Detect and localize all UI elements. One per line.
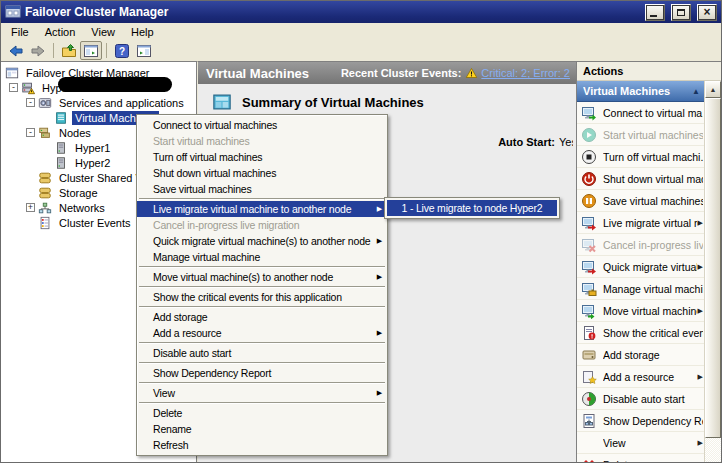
action-save-virtual-machines[interactable]: Save virtual machines [577, 190, 706, 212]
actions-section-header[interactable]: Virtual Machines ▲ [577, 81, 706, 102]
recent-events-label: Recent Cluster Events: [341, 67, 461, 79]
action-label: Cancel in-progress liv... [603, 239, 703, 251]
menu-bar: FileActionViewHelp [1, 23, 721, 40]
back-button[interactable] [5, 41, 27, 60]
menu-item-label: Connect to virtual machines [153, 119, 277, 131]
collapse-icon[interactable]: - [9, 83, 18, 92]
context-menu-item-save-virtual-machines[interactable]: Save virtual machines [137, 181, 387, 197]
show-console-tree-icon [83, 43, 99, 59]
context-menu-item-move-virtual-machine-s-to-anothe[interactable]: Move virtual machine(s) to another node▶ [137, 269, 387, 285]
tree-item-label: Nodes [56, 126, 94, 140]
context-menu-item-refresh[interactable]: Refresh [137, 437, 387, 453]
submenu-item-1-live-migrate-to-node-hyper2[interactable]: 1 - Live migrate to node Hyper2 [387, 200, 557, 216]
action-delete[interactable]: Delete [577, 454, 706, 462]
action-label: Add storage [603, 349, 703, 361]
menu-action[interactable]: Action [37, 25, 84, 39]
virtual-machine-icon [54, 111, 68, 125]
help-button[interactable]: ? [111, 41, 133, 60]
menu-item-label: Rename [153, 423, 192, 435]
context-menu-item-add-storage[interactable]: Add storage [137, 309, 387, 325]
context-menu-item-quick-migrate-virtual-machine-s-[interactable]: Quick migrate virtual machine(s) to anot… [137, 233, 387, 249]
action-live-migrate-virtual-m[interactable]: Live migrate virtual m...▶ [577, 212, 706, 234]
action-shut-down-virtual-mac[interactable]: Shut down virtual mac... [577, 168, 706, 190]
menu-item-label: Shut down virtual machines [153, 167, 276, 179]
close-button[interactable]: × [697, 4, 717, 21]
menu-file[interactable]: File [3, 25, 37, 39]
context-menu-item-delete[interactable]: Delete [137, 405, 387, 421]
context-menu-item-show-the-critical-events-for-thi[interactable]: Show the critical events for this applic… [137, 289, 387, 305]
app-icon [5, 4, 21, 20]
collapse-icon[interactable]: ▲ [692, 87, 700, 96]
action-manage-virtual-machine[interactable]: Manage virtual machine [577, 278, 706, 300]
context-menu-item-rename[interactable]: Rename [137, 421, 387, 437]
action-label: Disable auto start [603, 393, 703, 405]
menu-separator [139, 402, 385, 404]
cluster-events-icon [38, 216, 52, 230]
svg-text:?: ? [119, 46, 125, 57]
collapse-icon[interactable]: - [26, 128, 35, 137]
context-menu-item-add-a-resource[interactable]: Add a resource▶ [137, 325, 387, 341]
expand-icon[interactable]: + [26, 203, 35, 212]
action-disable-auto-start[interactable]: Disable auto start [577, 388, 706, 410]
menu-item-label: Add storage [153, 311, 207, 323]
actions-scrollbar[interactable]: ▲ [704, 81, 721, 462]
scroll-up-button[interactable]: ▲ [705, 81, 721, 98]
auto-start-label: Auto Start: [498, 136, 555, 148]
action-view[interactable]: View▶ [577, 432, 706, 454]
menu-help[interactable]: Help [123, 25, 162, 39]
context-menu-item-disable-auto-start[interactable]: Disable auto start [137, 345, 387, 361]
action-label: Save virtual machines [603, 195, 703, 207]
action-show-the-critical-even[interactable]: Show the critical even... [577, 322, 706, 344]
context-menu-item-manage-virtual-machine[interactable]: Manage virtual machine [137, 249, 387, 265]
show-console-tree-button[interactable] [80, 41, 102, 60]
menu-item-label: Disable auto start [153, 347, 231, 359]
menu-view[interactable]: View [83, 25, 123, 39]
menu-item-label: Turn off virtual machines [153, 151, 262, 163]
help-icon: ? [114, 43, 130, 59]
menu-separator [139, 382, 385, 384]
minimize-button[interactable] [645, 4, 665, 21]
context-menu-item-live-migrate-virtual-machine-to-[interactable]: Live migrate virtual machine to another … [137, 201, 387, 217]
action-turn-off-virtual-machi[interactable]: Turn off virtual machi... [577, 146, 706, 168]
submenu-arrow-icon: ▶ [377, 201, 382, 217]
action-move-virtual-machine[interactable]: Move virtual machine(...▶ [577, 300, 706, 322]
context-menu-item-shut-down-virtual-machines[interactable]: Shut down virtual machines [137, 165, 387, 181]
context-menu-item-show-dependency-report[interactable]: Show Dependency Report [137, 365, 387, 381]
menu-item-label: Show the critical events for this applic… [153, 291, 342, 303]
add-resource-icon [581, 369, 597, 385]
collapse-icon[interactable]: - [26, 98, 35, 107]
context-menu-item-view[interactable]: View▶ [137, 385, 387, 401]
action-label: View [603, 437, 697, 449]
window-title: Failover Cluster Manager [25, 5, 639, 19]
export-list-button[interactable] [58, 41, 80, 60]
scrollbar-thumb[interactable] [705, 98, 721, 438]
menu-item-label: Delete [153, 407, 182, 419]
actions-pane: Actions Virtual Machines ▲ Connect to vi… [576, 61, 721, 462]
action-label: Shut down virtual mac... [603, 173, 703, 185]
menu-separator [139, 306, 385, 308]
context-menu-item-turn-off-virtual-machines[interactable]: Turn off virtual machines [137, 149, 387, 165]
results-header: Virtual Machines Recent Cluster Events: … [198, 62, 576, 84]
warning-icon [465, 67, 478, 79]
menu-separator [139, 286, 385, 288]
actions-section-label: Virtual Machines [583, 85, 692, 97]
action-add-storage[interactable]: Add storage [577, 344, 706, 366]
forward-button[interactable] [27, 41, 49, 60]
context-menu-item-connect-to-virtual-machines[interactable]: Connect to virtual machines [137, 117, 387, 133]
cluster-events-link[interactable]: Critical: 2; Error: 2 [481, 67, 570, 79]
actions-list: Connect to virtual ma...Start virtual ma… [577, 102, 706, 462]
maximize-button[interactable] [671, 4, 691, 21]
tree-item-services-and-applications[interactable]: -Services and applications [1, 95, 196, 110]
context-menu-item-cancel-in-progress-live-migratio: Cancel in-progress live migration [137, 217, 387, 233]
summary-title: Summary of Virtual Machines [242, 95, 424, 110]
action-label: Turn off virtual machi... [603, 151, 703, 163]
action-show-dependency-re[interactable]: Show Dependency Re... [577, 410, 706, 432]
action-add-a-resource[interactable]: Add a resource▶ [577, 366, 706, 388]
summary-heading: Summary of Virtual Machines [198, 84, 576, 112]
action-connect-to-virtual-ma[interactable]: Connect to virtual ma... [577, 102, 706, 124]
connect-vm-icon [581, 105, 597, 121]
action-quick-migrate-virtual[interactable]: Quick migrate virtual ...▶ [577, 256, 706, 278]
show-action-pane-button[interactable] [133, 41, 155, 60]
add-storage-icon [581, 347, 597, 363]
show-action-pane-icon [136, 43, 152, 59]
